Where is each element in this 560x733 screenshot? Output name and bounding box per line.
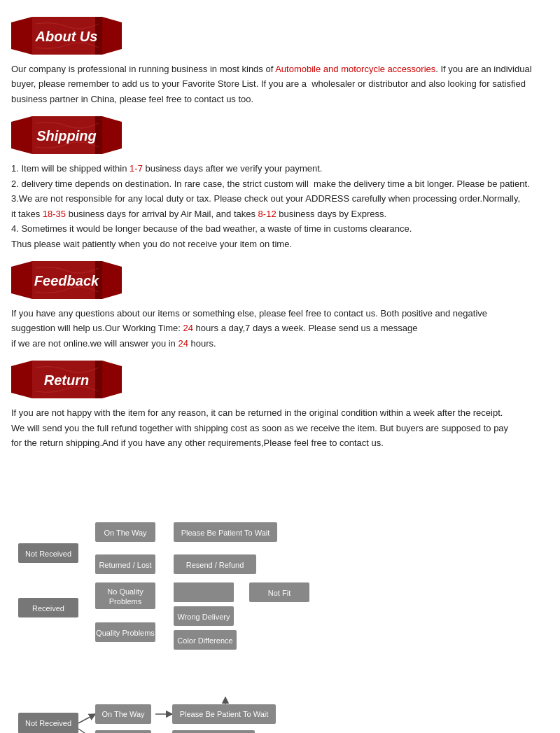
node-returned-lost: Returned / Lost — [95, 730, 151, 733]
node-please-wait: Please Be Patient To Wait — [172, 704, 276, 724]
svg-marker-6 — [11, 116, 32, 154]
diagram-container: Not Received On The Way Returned / Lost … — [11, 479, 543, 654]
svg-rect-47 — [174, 582, 234, 602]
svg-line-52 — [78, 729, 95, 733]
svg-text:Not Fit: Not Fit — [268, 589, 290, 597]
svg-marker-15 — [102, 261, 122, 299]
svg-marker-12 — [11, 261, 32, 299]
feedback-header: Feedback — [11, 261, 549, 299]
svg-text:Returned / Lost: Returned / Lost — [99, 561, 151, 569]
about-us-text: Our company is professional in running b… — [11, 62, 549, 106]
svg-line-51 — [78, 714, 95, 723]
node-on-the-way: On The Way — [95, 704, 151, 724]
shipping-header: Shipping — [11, 116, 549, 154]
about-us-header: About Us — [11, 17, 549, 55]
svg-marker-0 — [11, 17, 32, 55]
diagram-svg: Not Received On The Way Returned / Lost … — [11, 479, 543, 654]
shipping-text: 1. Item will be shipped within 1-7 busin… — [11, 161, 549, 251]
feedback-text: If you have any questions about our item… — [11, 306, 549, 351]
page-container: About Us Our company is professional in … — [0, 0, 560, 733]
svg-text:Please Be Patient To Wait: Please Be Patient To Wait — [181, 529, 270, 537]
svg-marker-9 — [102, 116, 122, 154]
return-header: Return — [11, 361, 549, 398]
svg-text:Color Difference: Color Difference — [177, 636, 232, 645]
svg-text:Feedback: Feedback — [34, 273, 99, 288]
svg-text:No Quality: No Quality — [107, 587, 144, 596]
svg-text:Resend / Refund: Resend / Refund — [186, 561, 244, 569]
svg-text:On The Way: On The Way — [104, 529, 147, 537]
svg-text:Not Received: Not Received — [25, 550, 71, 558]
svg-marker-18 — [11, 361, 32, 398]
node-resend-refund: Resend / Refund — [172, 730, 255, 733]
svg-text:Return: Return — [44, 372, 89, 388]
svg-text:Problems: Problems — [109, 597, 142, 606]
return-text: If you are not happy with the item for a… — [11, 405, 549, 450]
about-us-ribbon: About Us — [11, 17, 122, 55]
svg-text:Shipping: Shipping — [36, 128, 97, 144]
flow-diagram: Not Received On The Way Returned / Lost … — [11, 661, 543, 733]
svg-text:Wrong Delivery: Wrong Delivery — [178, 613, 230, 621]
about-red-text: Automobile and motorcycle accessories — [275, 64, 435, 74]
svg-text:Quality Problems: Quality Problems — [96, 629, 155, 637]
svg-marker-3 — [102, 17, 122, 55]
svg-marker-22 — [95, 361, 102, 398]
node-not-received: Not Received — [18, 713, 78, 733]
svg-marker-21 — [102, 361, 122, 398]
svg-text:About Us: About Us — [35, 29, 98, 44]
flow-arrows — [11, 661, 543, 733]
svg-text:Received: Received — [32, 604, 64, 613]
